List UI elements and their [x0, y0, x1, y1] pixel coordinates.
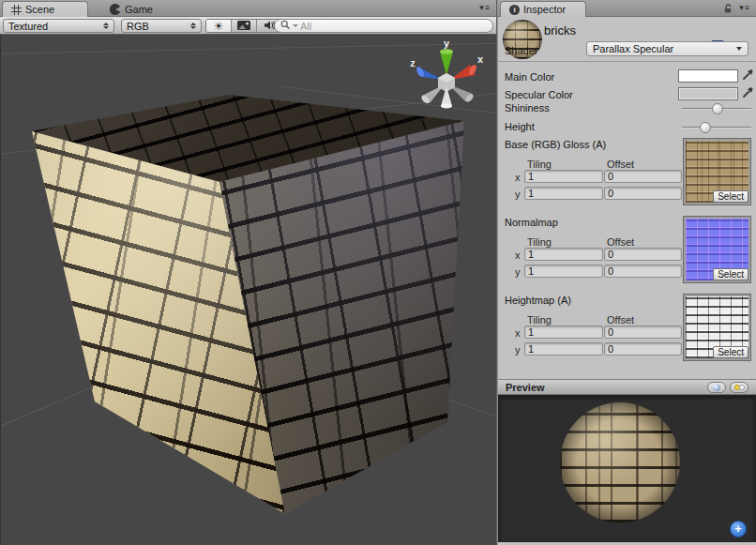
- preview-lighting-button[interactable]: [730, 382, 748, 393]
- map-section-heightmap: Heightmap (A) Tiling Offset x y Select: [498, 293, 756, 366]
- tiling-y-input[interactable]: [524, 187, 603, 200]
- axis-y-label: y: [515, 344, 521, 356]
- sphere-icon: [713, 384, 720, 391]
- scene-view-toggles: ☀: [205, 19, 283, 33]
- select-texture-button[interactable]: Select: [713, 190, 748, 203]
- map-label: Base (RGB) Gloss (A): [505, 139, 606, 150]
- scene-toolbar: Textured RGB ☀: [0, 17, 496, 35]
- height-slider[interactable]: [682, 127, 751, 129]
- tiling-y-input[interactable]: [524, 265, 603, 278]
- grid-icon: [11, 5, 22, 15]
- shader-value: Parallax Specular: [593, 43, 673, 54]
- search-filter-caret-icon[interactable]: [293, 24, 298, 27]
- normalmap-texture-thumbnail[interactable]: Select: [684, 217, 750, 282]
- preview-shape-button[interactable]: [707, 382, 726, 393]
- tiling-x-input[interactable]: [524, 325, 603, 339]
- map-label: Normalmap: [505, 217, 558, 228]
- tab-game[interactable]: Game: [101, 1, 161, 17]
- channel-value: RGB: [127, 21, 149, 32]
- preview-header[interactable]: Preview: [498, 379, 756, 395]
- tiling-header: Tiling: [527, 314, 552, 325]
- scene-panel: Scene Game ▾≡ Textured RGB ☀: [0, 0, 496, 545]
- heightmap-texture-thumbnail[interactable]: Select: [684, 295, 750, 360]
- gizmo-z-label[interactable]: z: [410, 57, 416, 68]
- offset-header: Offset: [607, 159, 634, 170]
- main-color-label: Main Color: [505, 71, 554, 83]
- axis-y-label: y: [515, 266, 521, 278]
- offset-x-input[interactable]: [604, 170, 682, 183]
- effects-toggle-button[interactable]: [232, 20, 257, 32]
- shader-label: Shader: [505, 45, 537, 56]
- inspector-tabbar: i Inspector ▾≡: [498, 0, 756, 17]
- height-label: Height: [505, 121, 535, 132]
- offset-header: Offset: [607, 236, 634, 248]
- gizmo-y-label[interactable]: y: [444, 38, 450, 49]
- tiling-header: Tiling: [527, 236, 552, 248]
- info-icon: i: [509, 5, 520, 15]
- image-icon: [237, 21, 250, 32]
- axis-x-label: x: [515, 172, 521, 183]
- material-name: bricks: [544, 23, 576, 38]
- main-color-swatch[interactable]: [678, 69, 738, 83]
- tab-game-label: Game: [125, 4, 153, 15]
- map-label: Heightmap (A): [505, 295, 571, 306]
- inspector-panel: i Inspector ▾≡ bricks Shader ? Parallax …: [498, 0, 756, 545]
- eyedropper-icon[interactable]: [742, 86, 754, 100]
- magnifier-icon: [280, 20, 291, 32]
- axis-y-label: y: [515, 189, 521, 200]
- map-section-base: Base (RGB) Gloss (A) Tiling Offset x y S…: [498, 137, 756, 210]
- tiling-x-input[interactable]: [524, 248, 603, 261]
- add-button[interactable]: +: [730, 521, 747, 537]
- updown-arrows-icon: [103, 23, 109, 29]
- scene-panel-menu-icon[interactable]: ▾≡: [479, 3, 491, 12]
- select-texture-button[interactable]: Select: [713, 346, 748, 358]
- offset-x-input[interactable]: [604, 248, 682, 261]
- specular-color-swatch[interactable]: [678, 87, 738, 100]
- updown-arrows-icon: [190, 23, 196, 29]
- scene-tabbar: Scene Game ▾≡: [0, 0, 496, 17]
- shader-dropdown[interactable]: Parallax Specular: [586, 41, 748, 56]
- preview-title: Preview: [506, 382, 545, 393]
- offset-header: Offset: [607, 314, 634, 325]
- tab-scene[interactable]: Scene: [2, 1, 88, 17]
- base-texture-thumbnail[interactable]: Select: [684, 139, 750, 204]
- preview-viewport[interactable]: +: [498, 395, 756, 542]
- eyedropper-icon[interactable]: [742, 68, 754, 83]
- sun-icon: ☀: [214, 21, 224, 32]
- shininess-slider[interactable]: [682, 108, 751, 110]
- scene-viewport[interactable]: y z x: [0, 35, 496, 545]
- shininess-slider-thumb[interactable]: [712, 103, 723, 114]
- height-slider-thumb[interactable]: [700, 122, 711, 133]
- offset-y-input[interactable]: [604, 187, 682, 200]
- select-texture-button[interactable]: Select: [713, 268, 748, 280]
- scene-orientation-gizmo[interactable]: y z x: [403, 38, 490, 116]
- render-mode-dropdown[interactable]: Textured: [3, 19, 114, 33]
- render-mode-value: Textured: [8, 21, 48, 32]
- tiling-header: Tiling: [527, 159, 552, 170]
- inspector-panel-menu-icon[interactable]: ▾≡: [739, 3, 750, 12]
- offset-y-input[interactable]: [604, 342, 682, 356]
- chevron-down-icon: [736, 47, 742, 51]
- axis-x-label: x: [515, 327, 521, 339]
- tab-inspector[interactable]: i Inspector: [500, 1, 586, 17]
- preview-material-sphere[interactable]: [560, 402, 680, 522]
- search-input[interactable]: [300, 21, 487, 32]
- tab-scene-label: Scene: [25, 4, 54, 15]
- tab-inspector-label: Inspector: [523, 4, 566, 15]
- scene-search-field[interactable]: [274, 19, 493, 33]
- light-dot-icon: [739, 385, 745, 390]
- tiling-x-input[interactable]: [524, 170, 603, 183]
- game-icon: [110, 4, 121, 15]
- lighting-toggle-button[interactable]: ☀: [206, 20, 232, 32]
- axis-x-label: x: [515, 250, 521, 261]
- channel-dropdown[interactable]: RGB: [121, 19, 202, 33]
- specular-color-label: Specular Color: [505, 89, 573, 100]
- map-section-normalmap: Normalmap Tiling Offset x y Select: [498, 215, 756, 288]
- gizmo-x-label[interactable]: x: [477, 53, 484, 65]
- tiling-y-input[interactable]: [524, 342, 603, 356]
- lock-icon[interactable]: [722, 3, 733, 16]
- offset-x-input[interactable]: [604, 325, 682, 339]
- offset-y-input[interactable]: [604, 265, 682, 278]
- shininess-label: Shininess: [505, 102, 550, 114]
